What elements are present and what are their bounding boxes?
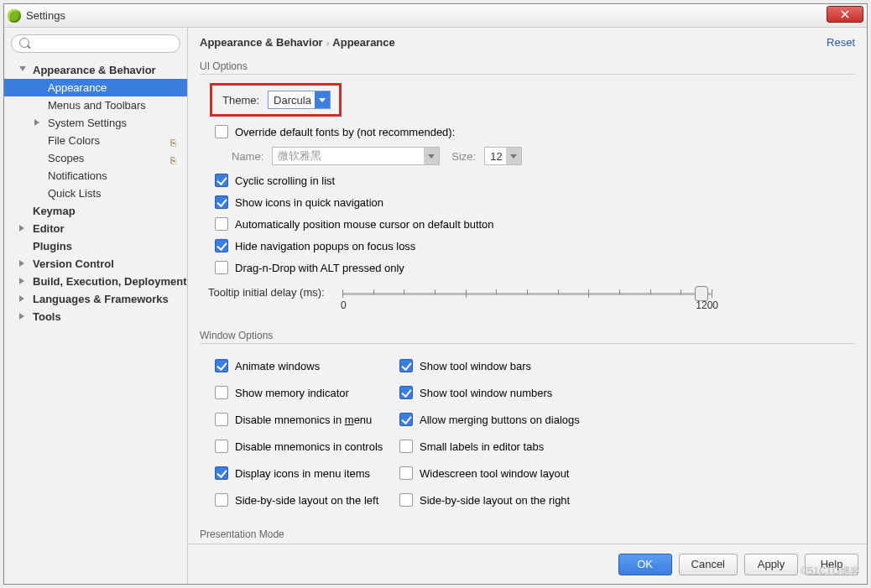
- font-size-select[interactable]: 12: [484, 147, 521, 165]
- divider: [200, 74, 855, 75]
- winopt-checkbox[interactable]: [215, 413, 228, 426]
- app-icon: [8, 9, 21, 23]
- sidebar-item-system-settings[interactable]: System Settings: [4, 114, 187, 132]
- sidebar-item-appearance-behavior[interactable]: Appearance & Behavior: [4, 61, 187, 79]
- ui-options-title: UI Options: [200, 60, 855, 72]
- font-name-label: Name:: [232, 150, 263, 163]
- sidebar-item-version-control[interactable]: Version Control: [4, 255, 187, 273]
- override-fonts-label: Override default fonts by (not recommend…: [235, 126, 455, 138]
- sidebar-item-appearance[interactable]: Appearance: [4, 79, 187, 96]
- chevron-right-icon: [19, 295, 24, 302]
- chevron-down-icon: [19, 66, 26, 71]
- dialog-footer: OK Cancel Apply Help: [188, 544, 867, 584]
- winopt-checkbox[interactable]: [215, 440, 228, 453]
- sidebar-item-plugins[interactable]: Plugins: [4, 237, 187, 255]
- chevron-right-icon: [19, 225, 24, 232]
- tooltip-delay-row: Tooltip initial delay (ms): 0 1200: [208, 286, 855, 311]
- presentation-title: Presentation Mode: [200, 528, 855, 540]
- scope-tag-icon: ⎘: [170, 152, 180, 164]
- sidebar-item-tools[interactable]: Tools: [4, 308, 187, 325]
- sidebar: Appearance & BehaviorAppearanceMenus and…: [4, 28, 188, 584]
- breadcrumb: Appearance & Behavior › Appearance Reset: [188, 28, 867, 55]
- chevron-down-icon: [315, 91, 330, 108]
- crumb-sep: ›: [326, 38, 330, 48]
- theme-select[interactable]: Darcula: [268, 91, 331, 109]
- sidebar-item-menus-and-toolbars[interactable]: Menus and Toolbars: [4, 96, 187, 114]
- automouse-checkbox[interactable]: [215, 217, 228, 231]
- apply-button[interactable]: Apply: [744, 554, 798, 575]
- search-wrap: [4, 28, 187, 58]
- chevron-right-icon: [19, 278, 24, 284]
- sidebar-item-file-colors[interactable]: File Colors⎘: [4, 132, 187, 149]
- nav-tree: Appearance & BehaviorAppearanceMenus and…: [4, 58, 187, 325]
- content-area: UI Options Theme: Darcula Override defau…: [188, 55, 867, 544]
- font-name-select[interactable]: 微软雅黑: [272, 147, 440, 165]
- override-fonts-checkbox[interactable]: [215, 125, 228, 138]
- winopt-checkbox[interactable]: [399, 493, 413, 507]
- window-options-title: Window Options: [200, 330, 855, 341]
- close-icon: [841, 10, 849, 18]
- chevron-right-icon: [34, 119, 39, 126]
- winopt-checkbox[interactable]: [215, 466, 228, 480]
- reset-link[interactable]: Reset: [827, 36, 855, 49]
- sidebar-item-languages-frameworks[interactable]: Languages & Frameworks: [4, 290, 187, 308]
- winopt-checkbox[interactable]: [399, 359, 413, 372]
- window-title: Settings: [26, 9, 65, 22]
- titlebar: Settings: [4, 4, 867, 28]
- quicknav-checkbox[interactable]: [215, 195, 228, 209]
- sidebar-item-notifications[interactable]: Notifications: [4, 167, 187, 185]
- close-button[interactable]: [827, 6, 863, 23]
- window-options-grid: Animate windowsShow tool window barsShow…: [215, 352, 855, 513]
- chevron-down-icon: [424, 148, 439, 164]
- tooltip-delay-slider[interactable]: 0 1200: [342, 286, 712, 311]
- theme-label: Theme:: [222, 94, 259, 107]
- sidebar-item-scopes[interactable]: Scopes⎘: [4, 149, 187, 167]
- font-size-label: Size:: [451, 150, 476, 163]
- dndalt-checkbox[interactable]: [215, 261, 228, 274]
- sidebar-item-build-execution-deployment[interactable]: Build, Execution, Deployment: [4, 273, 187, 290]
- sidebar-item-quick-lists[interactable]: Quick Lists: [4, 185, 187, 202]
- chevron-down-icon: [506, 148, 521, 164]
- winopt-checkbox[interactable]: [215, 386, 228, 399]
- winopt-checkbox[interactable]: [399, 386, 413, 399]
- scope-tag-icon: ⎘: [170, 134, 180, 146]
- sidebar-item-editor[interactable]: Editor: [4, 220, 187, 237]
- divider: [200, 343, 855, 344]
- main-panel: Appearance & Behavior › Appearance Reset…: [188, 28, 867, 584]
- crumb-root: Appearance & Behavior: [200, 36, 323, 49]
- winopt-checkbox[interactable]: [215, 493, 228, 507]
- cancel-button[interactable]: Cancel: [679, 554, 738, 575]
- winopt-checkbox[interactable]: [215, 359, 228, 372]
- settings-window: Settings Appearance & BehaviorAppearance…: [3, 3, 868, 585]
- chevron-right-icon: [19, 313, 24, 320]
- search-input[interactable]: [11, 34, 180, 53]
- hidenav-checkbox[interactable]: [215, 239, 228, 252]
- winopt-checkbox[interactable]: [399, 413, 413, 426]
- chevron-right-icon: [19, 260, 24, 267]
- cyclic-checkbox[interactable]: [215, 174, 228, 187]
- crumb-leaf: Appearance: [332, 36, 394, 49]
- theme-highlight: Theme: Darcula: [210, 83, 342, 117]
- ok-button[interactable]: OK: [618, 554, 672, 575]
- help-button[interactable]: Help: [805, 554, 858, 575]
- winopt-checkbox[interactable]: [399, 440, 413, 453]
- winopt-checkbox[interactable]: [399, 466, 413, 480]
- sidebar-item-keymap[interactable]: Keymap: [4, 202, 187, 220]
